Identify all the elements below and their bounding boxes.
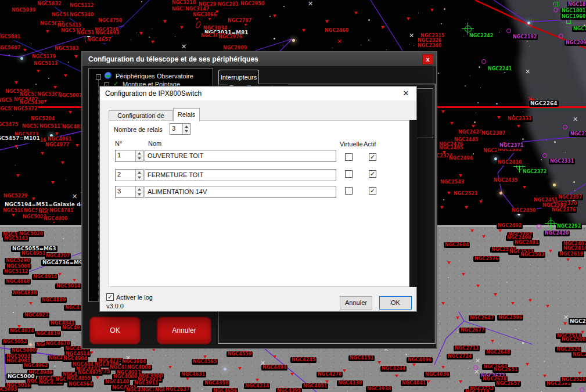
chart-marker-triangle <box>186 377 189 380</box>
chart-marker-triangle <box>546 305 549 308</box>
star <box>476 113 476 113</box>
chart-marker-triangle <box>447 192 451 195</box>
chart-marker-triangle <box>73 279 76 282</box>
stepper-down-icon[interactable] <box>136 156 143 162</box>
close-icon[interactable]: x <box>422 54 433 64</box>
stepper-down-icon[interactable] <box>183 129 190 134</box>
relay-name-input[interactable]: OUVERTURE TOIT <box>145 150 336 162</box>
ok-button-back[interactable]: OK <box>89 317 141 344</box>
chart-object-label: NGC4819 <box>35 331 61 337</box>
star <box>474 121 476 123</box>
cancel-button-back[interactable]: Annuler <box>157 317 211 344</box>
star <box>515 329 516 330</box>
star <box>458 378 458 379</box>
chart-marker-triangle <box>456 317 459 319</box>
chart-object-label: NGC2724 <box>447 354 473 359</box>
chart-object-label: NGC4693 <box>94 30 120 36</box>
tab-configuration-ipx800[interactable]: Configuration de IPX800 <box>109 110 173 121</box>
tab-interrupteurs[interactable]: Interrupteurs <box>218 70 259 84</box>
relay-count-stepper[interactable]: 3 <box>170 123 190 135</box>
back-dialog-titlebar[interactable]: Configuration du télescope et de ses pér… <box>82 52 436 66</box>
activer-log-checkbox[interactable] <box>106 293 114 301</box>
cancel-button[interactable]: Annuler <box>340 296 372 310</box>
chart-marker-triangle <box>46 30 49 33</box>
stepper-up-icon[interactable] <box>183 124 190 129</box>
chart-marker-triangle <box>450 122 454 125</box>
chart-marker-triangle <box>479 200 483 203</box>
chart-object-label: NGC5832 <box>36 1 62 7</box>
tree-expander-icon[interactable]: - <box>96 74 101 80</box>
actif-checkbox[interactable] <box>369 153 376 161</box>
tab-relais[interactable]: Relais <box>173 108 200 121</box>
stepper-down-icon[interactable] <box>136 192 143 198</box>
chart-marker-crosshair <box>548 220 555 227</box>
stepper-up-icon[interactable] <box>136 150 143 156</box>
star <box>479 66 480 68</box>
chart-marker-triangle <box>441 302 445 305</box>
chart-object-label: NGC2372 <box>522 169 548 175</box>
star <box>535 238 535 238</box>
star <box>131 39 131 40</box>
chart-object-label: NGC4975 <box>77 370 103 376</box>
stepper-up-icon[interactable] <box>136 186 143 192</box>
relay-name-input[interactable]: ALIMENTATION 14V <box>145 186 336 198</box>
star <box>141 1 142 2</box>
chart-object-label: NGC2508 <box>560 337 586 343</box>
chart-object-label: NGC1905 <box>572 26 586 32</box>
star <box>405 354 407 355</box>
chart-object-label: NGC5475 <box>0 122 19 128</box>
ok-button[interactable]: OK <box>379 296 412 310</box>
chart-marker-triangle <box>61 161 64 164</box>
stepper-up-icon[interactable] <box>136 170 143 175</box>
virtuelle-checkbox[interactable] <box>345 153 353 161</box>
actif-checkbox[interactable] <box>369 187 376 195</box>
star <box>438 323 439 324</box>
chart-object-label: NGC4914 <box>32 274 58 280</box>
chart-marker-cross: ✕ <box>573 117 578 123</box>
star <box>202 389 203 390</box>
relay-num-stepper[interactable]: 1 <box>115 150 143 162</box>
stepper-down-icon[interactable] <box>136 175 143 181</box>
chart-object-label: NGC2099 <box>565 40 586 46</box>
star <box>457 332 458 333</box>
virtuelle-checkbox[interactable] <box>345 187 353 195</box>
chart-marker-triangle <box>447 261 451 264</box>
chart-marker-triangle <box>37 70 40 73</box>
chart-object-label: NGC1893 <box>567 2 586 8</box>
chart-marker-triangle <box>462 273 465 276</box>
relay-num-stepper[interactable]: 2 <box>115 169 143 181</box>
virtuelle-checkbox[interactable] <box>345 170 353 178</box>
front-dialog-titlebar[interactable]: Configuration de IPX800Switch <box>100 87 416 100</box>
star <box>332 48 333 48</box>
chart-marker-cross: ✕ <box>72 194 77 200</box>
close-icon[interactable]: ✕ <box>398 87 414 100</box>
star <box>441 318 441 318</box>
chart-marker-galaxy-circle <box>563 125 567 130</box>
chart-object-label: NGC4494 <box>261 365 287 371</box>
chart-object-label: NGC2501 <box>571 352 586 358</box>
chart-marker-triangle <box>354 12 358 15</box>
chart-marker-galaxy-circle <box>537 224 541 229</box>
chart-object-label: NGC4874 <box>9 328 35 334</box>
relay-name-input[interactable]: FERMETURE TOIT <box>145 169 336 181</box>
star <box>499 32 500 33</box>
tree-item-peripheriques-observatoire[interactable]: Périphériques Observatoire <box>116 73 193 80</box>
chart-object-label: NGC2420 <box>544 231 570 236</box>
relay-count-label: Nombre de relais <box>114 126 163 133</box>
star <box>48 78 49 79</box>
chart-object-label: NGC5229 <box>2 193 28 199</box>
star <box>438 73 439 74</box>
chart-marker-cross: ✕ <box>563 315 569 321</box>
star <box>494 255 494 256</box>
chart-marker-triangle <box>563 322 567 325</box>
star <box>564 363 565 364</box>
actif-checkbox[interactable] <box>369 170 376 178</box>
chart-marker-triangle <box>55 132 59 135</box>
chart-object-label: NGC2495 <box>438 145 464 151</box>
star <box>54 365 56 367</box>
star <box>554 141 556 143</box>
star <box>439 280 440 280</box>
chart-object-label: NGC3984 <box>121 359 147 365</box>
star <box>500 345 501 346</box>
relay-num-stepper[interactable]: 3 <box>115 186 143 198</box>
